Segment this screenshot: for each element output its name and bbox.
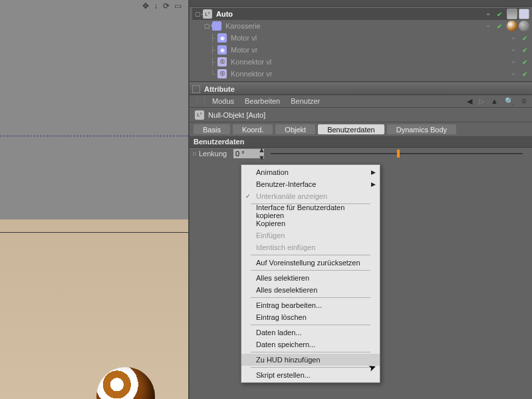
- panel-grip-icon[interactable]: [192, 85, 200, 93]
- tree-label: Motor vl: [231, 34, 505, 42]
- search-icon[interactable]: 🔍: [505, 97, 514, 106]
- keyframe-hint-icon[interactable]: ○: [192, 150, 196, 158]
- menu-item-label: Eintrag bearbeiten...: [256, 301, 322, 309]
- disclosure-icon[interactable]: ▢−: [195, 11, 201, 17]
- tab-basis[interactable]: Basis: [194, 124, 230, 134]
- tab-koord[interactable]: Koord.: [233, 124, 273, 134]
- nav-up-icon[interactable]: ▲: [491, 97, 498, 106]
- tab-objekt[interactable]: Objekt: [275, 124, 315, 134]
- visibility-dots[interactable]: ••: [505, 34, 520, 42]
- attribute-menu-bar: ⋮⋮ Modus Bearbeiten Benutzer ◀ ▷ ▲ 🔍 ⛭: [190, 95, 532, 108]
- enable-check[interactable]: ✔: [495, 23, 504, 30]
- context-menu-item[interactable]: Alles selektieren: [241, 272, 380, 284]
- context-menu-item[interactable]: Kopieren: [241, 217, 380, 229]
- slider-handle[interactable]: [397, 150, 400, 158]
- tab-benutzerdaten[interactable]: Benutzerdaten: [318, 124, 384, 134]
- sphere-object[interactable]: [96, 367, 155, 399]
- tree-item-motor-vl[interactable]: ├ ◉ Motor vl •• ✔: [192, 32, 529, 44]
- tab-dynamics-body[interactable]: Dynamics Body: [387, 124, 456, 134]
- attribute-tabs: Basis Koord. Objekt Benutzerdaten Dynami…: [190, 122, 532, 137]
- context-menu-item[interactable]: Daten laden...: [241, 327, 380, 338]
- tree-item-konnektor-vl[interactable]: ├ ⦿ Konnektor vl •• ✔: [192, 56, 529, 68]
- tree-label: Konnektor vr: [231, 70, 505, 78]
- connector-icon: ⦿: [217, 69, 227, 78]
- enable-check[interactable]: ✔: [495, 11, 504, 18]
- enable-check[interactable]: ✔: [520, 35, 529, 42]
- submenu-arrow-icon: ▶: [371, 181, 376, 188]
- menu-item-label: Unterkanäle anzeigen: [256, 192, 327, 200]
- enable-check[interactable]: ✔: [520, 47, 529, 54]
- visibility-dots[interactable]: ••: [480, 22, 495, 30]
- tree-root-auto[interactable]: ▢− L° Auto •• ✔: [192, 8, 529, 20]
- visibility-dots[interactable]: ••: [505, 70, 520, 78]
- menu-benutzer[interactable]: Benutzer: [291, 97, 320, 105]
- menu-separator: [251, 352, 370, 352]
- context-menu-item[interactable]: Benutzer-Interface▶: [241, 178, 380, 190]
- menu-item-label: Auf Voreinstellung zurücksetzen: [256, 259, 360, 267]
- context-menu-item[interactable]: Skript erstellen...: [241, 369, 380, 381]
- tree-item-motor-vr[interactable]: ├ ◉ Motor vr •• ✔: [192, 44, 529, 56]
- enable-check[interactable]: ✔: [520, 59, 529, 66]
- material-tag-icon[interactable]: [519, 21, 529, 31]
- menu-separator: [251, 325, 370, 325]
- enable-check[interactable]: ✔: [520, 70, 529, 78]
- menu-separator: [251, 270, 370, 271]
- context-menu-item: ✓Unterkanäle anzeigen: [241, 190, 380, 202]
- horizon-helper: [0, 136, 188, 136]
- tag-dynamics-icon[interactable]: [519, 9, 529, 19]
- context-menu-item[interactable]: Daten speichern...: [241, 338, 380, 350]
- lenkung-spinner[interactable]: 0 ° ▲▼: [233, 149, 264, 158]
- floor-line: [0, 232, 188, 233]
- menu-separator: [251, 297, 370, 298]
- tag-list[interactable]: [507, 21, 529, 31]
- menu-item-label: Daten laden...: [256, 329, 302, 336]
- connector-line-icon: └: [209, 70, 216, 78]
- viewport-3d[interactable]: ✥ ↓ ⟳ ▭: [0, 0, 190, 399]
- panel-topbar: [190, 0, 532, 7]
- menu-item-label: Daten speichern...: [256, 340, 315, 348]
- disclosure-icon[interactable]: ▢+: [204, 23, 211, 29]
- context-menu[interactable]: Animation▶Benutzer-Interface▶✓Unterkanäl…: [241, 164, 380, 383]
- connector-line-icon: ├: [209, 34, 216, 42]
- null-icon: L°: [195, 110, 204, 120]
- context-menu-item[interactable]: Alles deselektieren: [241, 284, 380, 296]
- tree-label: Konnektor vl: [231, 58, 505, 66]
- menu-bearbeiten[interactable]: Bearbeiten: [245, 97, 280, 105]
- tag-list[interactable]: [507, 9, 529, 19]
- visibility-dots[interactable]: ••: [505, 58, 520, 66]
- context-menu-item[interactable]: Eintrag bearbeiten...: [241, 299, 380, 311]
- lenkung-slider[interactable]: [271, 153, 523, 154]
- nav-fwd-icon[interactable]: ▷: [479, 97, 484, 106]
- attribute-panel-header[interactable]: Attribute: [190, 82, 532, 95]
- menu-separator: [251, 367, 370, 368]
- context-menu-item[interactable]: Animation▶: [241, 166, 380, 178]
- tag-expresso-icon[interactable]: [507, 9, 517, 19]
- visibility-dots[interactable]: ••: [480, 10, 495, 18]
- viewport-toolbar[interactable]: ✥ ↓ ⟳ ▭: [142, 1, 183, 11]
- menu-item-label: Einfügen: [256, 231, 285, 239]
- context-menu-item[interactable]: Auf Voreinstellung zurücksetzen: [241, 257, 380, 269]
- context-menu-item: Identisch einfügen: [241, 241, 380, 253]
- context-menu-item: Einfügen: [241, 229, 380, 241]
- object-manager[interactable]: ▢− L° Auto •• ✔ ▢+ Karosserie •• ✔: [190, 7, 532, 82]
- tree-item-konnektor-vr[interactable]: └ ⦿ Konnektor vr •• ✔: [192, 68, 529, 80]
- context-menu-item[interactable]: Zu HUD hinzufügen: [241, 354, 380, 366]
- settings-icon[interactable]: ⛭: [521, 97, 528, 106]
- context-menu-item[interactable]: Eintrag löschen: [241, 311, 380, 323]
- connector-line-icon: ├: [209, 46, 216, 54]
- connector-icon: ⦿: [217, 57, 227, 66]
- spinner-value: 0 °: [235, 150, 245, 158]
- visibility-dots[interactable]: ••: [505, 46, 520, 54]
- menu-item-label: Benutzer-Interface: [256, 180, 317, 188]
- motor-icon: ◉: [217, 45, 227, 55]
- context-menu-item[interactable]: Interface für Benutzerdaten kopieren: [241, 205, 380, 217]
- submenu-arrow-icon: ▶: [371, 169, 376, 176]
- material-tag-icon[interactable]: [507, 21, 517, 31]
- spinner-up-icon[interactable]: ▲: [258, 146, 263, 154]
- menu-item-label: Animation: [256, 168, 289, 176]
- field-lenkung: ○ Lenkung 0 ° ▲▼: [190, 148, 532, 160]
- tree-item-karosserie[interactable]: ▢+ Karosserie •• ✔: [192, 20, 529, 32]
- nav-back-icon[interactable]: ◀: [467, 97, 472, 106]
- menu-modus[interactable]: Modus: [212, 97, 234, 105]
- grip-icon[interactable]: ⋮⋮: [194, 97, 201, 106]
